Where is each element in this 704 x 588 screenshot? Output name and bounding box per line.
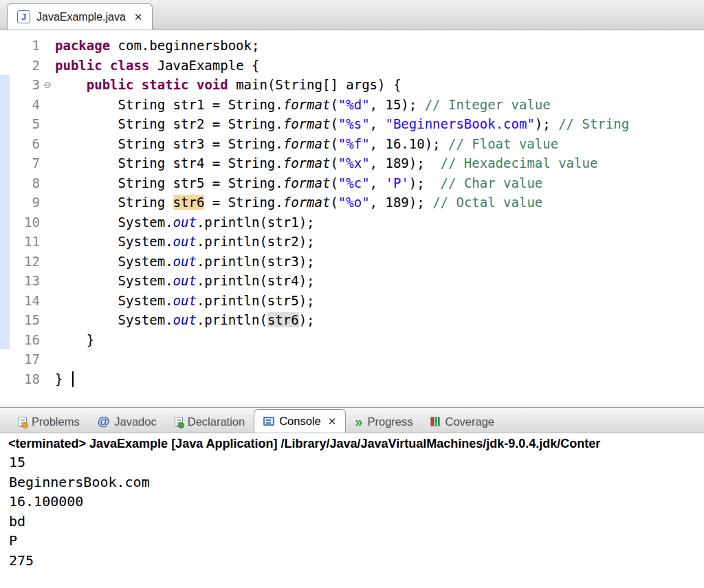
code-token: } bbox=[55, 371, 71, 386]
line-number[interactable]: 12 bbox=[10, 252, 40, 272]
code-token: ); bbox=[299, 312, 315, 327]
code-line[interactable]: 12 System.out.println(str3); bbox=[0, 252, 704, 272]
line-number[interactable]: 15 bbox=[10, 310, 40, 330]
javadoc-icon: @ bbox=[98, 415, 110, 429]
code-line[interactable]: 11 System.out.println(str2); bbox=[0, 232, 704, 252]
code-token: out bbox=[173, 293, 197, 308]
code-text: System.out.println(str4); bbox=[55, 271, 315, 291]
code-token: out bbox=[173, 273, 197, 288]
code-line[interactable]: 15 System.out.println(str6); bbox=[0, 310, 704, 330]
code-token: "%s" bbox=[338, 116, 370, 131]
code-token: out bbox=[173, 312, 197, 327]
code-token: format bbox=[283, 195, 331, 210]
coverage-icon bbox=[430, 417, 440, 426]
code-token: format bbox=[283, 136, 331, 151]
code-token: String str5 = String. bbox=[55, 175, 283, 190]
code-token: = String. bbox=[204, 195, 283, 210]
console-tab-bar: Problems@JavadocDeclarationConsole✕»Prog… bbox=[0, 407, 704, 433]
declaration-icon bbox=[175, 417, 183, 427]
code-token: out bbox=[173, 215, 197, 230]
code-token: 'P' bbox=[385, 175, 408, 190]
code-line[interactable]: 17 bbox=[0, 349, 704, 369]
code-lines: 1package com.beginnersbook;2public class… bbox=[0, 36, 704, 389]
console-panel-tab-progress[interactable]: »Progress bbox=[346, 411, 421, 433]
code-token: ( bbox=[330, 175, 338, 190]
occurrence-highlight: str6 bbox=[173, 195, 205, 210]
code-token: ); bbox=[535, 116, 558, 131]
tab-label: Coverage bbox=[445, 415, 494, 428]
code-line[interactable]: 4 String str1 = String.format("%d", 15);… bbox=[0, 95, 704, 115]
code-text: System.out.println(str3); bbox=[55, 252, 315, 272]
code-line[interactable]: 14 System.out.println(str5); bbox=[0, 291, 704, 311]
range-indicator bbox=[0, 369, 10, 389]
code-token: // Char value bbox=[441, 175, 543, 190]
line-number[interactable]: 5 bbox=[10, 114, 40, 134]
code-token: ); bbox=[409, 175, 441, 190]
console-output-line: P bbox=[9, 531, 704, 551]
line-number[interactable]: 16 bbox=[10, 330, 40, 350]
code-token: "%x" bbox=[338, 155, 370, 171]
code-token: System. bbox=[55, 312, 173, 327]
code-token: ( bbox=[330, 116, 338, 131]
code-token: String bbox=[55, 195, 173, 210]
editor-tab-javaexample[interactable]: J JavaExample.java ✕ bbox=[7, 3, 153, 30]
fold-marker-icon[interactable]: ⊖ bbox=[40, 75, 55, 95]
code-line[interactable]: 10 System.out.println(str1); bbox=[0, 213, 704, 232]
code-line[interactable]: 1package com.beginnersbook; bbox=[0, 36, 704, 56]
line-number[interactable]: 18 bbox=[10, 369, 40, 389]
fold-column bbox=[40, 193, 55, 213]
code-line[interactable]: 3⊖ public static void main(String[] args… bbox=[0, 75, 704, 95]
fold-column bbox=[40, 213, 55, 232]
fold-column bbox=[40, 369, 55, 389]
line-number[interactable]: 9 bbox=[10, 193, 40, 213]
console-panel-tab-console[interactable]: Console✕ bbox=[254, 409, 346, 433]
code-token: main(String[] args) { bbox=[228, 77, 402, 92]
code-line[interactable]: 9 String str6 = String.format("%o", 189)… bbox=[0, 193, 704, 213]
line-number[interactable]: 1 bbox=[10, 36, 40, 56]
line-number[interactable]: 2 bbox=[10, 56, 40, 76]
code-line[interactable]: 13 System.out.println(str4); bbox=[0, 271, 704, 291]
code-line[interactable]: 7 String str4 = String.format("%x", 189)… bbox=[0, 153, 704, 173]
code-editor[interactable]: 1package com.beginnersbook;2public class… bbox=[0, 30, 704, 404]
line-number[interactable]: 13 bbox=[10, 271, 40, 291]
code-line[interactable]: 18} bbox=[0, 369, 704, 389]
code-text: System.out.println(str1); bbox=[55, 213, 315, 232]
tab-label: Problems bbox=[32, 415, 80, 428]
close-console-tab-icon[interactable]: ✕ bbox=[328, 415, 337, 428]
line-number[interactable]: 11 bbox=[10, 232, 40, 252]
console-panel-tab-declaration[interactable]: Declaration bbox=[166, 411, 254, 433]
range-indicator bbox=[0, 213, 10, 232]
line-number[interactable]: 14 bbox=[10, 291, 40, 311]
code-line[interactable]: 5 String str2 = String.format("%s", "Beg… bbox=[0, 114, 704, 134]
code-token: .println(str2); bbox=[197, 234, 315, 249]
line-number[interactable]: 6 bbox=[10, 134, 40, 154]
code-token: "%o" bbox=[338, 195, 370, 210]
line-number[interactable]: 3 bbox=[10, 75, 40, 95]
progress-icon: » bbox=[355, 417, 362, 426]
console-panel-tab-coverage[interactable]: Coverage bbox=[421, 411, 503, 433]
code-token: class bbox=[110, 58, 149, 73]
problems-icon bbox=[19, 417, 27, 427]
code-token: , bbox=[370, 175, 386, 190]
code-line[interactable]: 6 String str3 = String.format("%f", 16.1… bbox=[0, 134, 704, 154]
code-token: String str4 = String. bbox=[55, 155, 283, 171]
code-text: } bbox=[55, 330, 94, 350]
fold-column bbox=[40, 291, 55, 311]
tab-label: Declaration bbox=[188, 415, 245, 428]
code-line[interactable]: 16 } bbox=[0, 330, 704, 350]
console-panel-tab-javadoc[interactable]: @Javadoc bbox=[89, 411, 166, 433]
fold-column bbox=[40, 95, 55, 115]
fold-column bbox=[40, 310, 55, 330]
console-panel-tab-problems[interactable]: Problems bbox=[10, 411, 89, 433]
line-number[interactable]: 10 bbox=[10, 213, 40, 232]
code-line[interactable]: 2public class JavaExample { bbox=[0, 56, 704, 76]
code-line[interactable]: 8 String str5 = String.format("%c", 'P')… bbox=[0, 173, 704, 193]
code-token: System. bbox=[55, 293, 173, 308]
editor-tab-bar: J JavaExample.java ✕ bbox=[0, 0, 704, 30]
line-number[interactable]: 7 bbox=[10, 153, 40, 173]
close-tab-icon[interactable]: ✕ bbox=[134, 11, 143, 23]
line-number[interactable]: 4 bbox=[10, 95, 40, 115]
console-view[interactable]: <terminated> JavaExample [Java Applicati… bbox=[0, 433, 704, 588]
line-number[interactable]: 8 bbox=[10, 173, 40, 193]
line-number[interactable]: 17 bbox=[10, 349, 40, 369]
